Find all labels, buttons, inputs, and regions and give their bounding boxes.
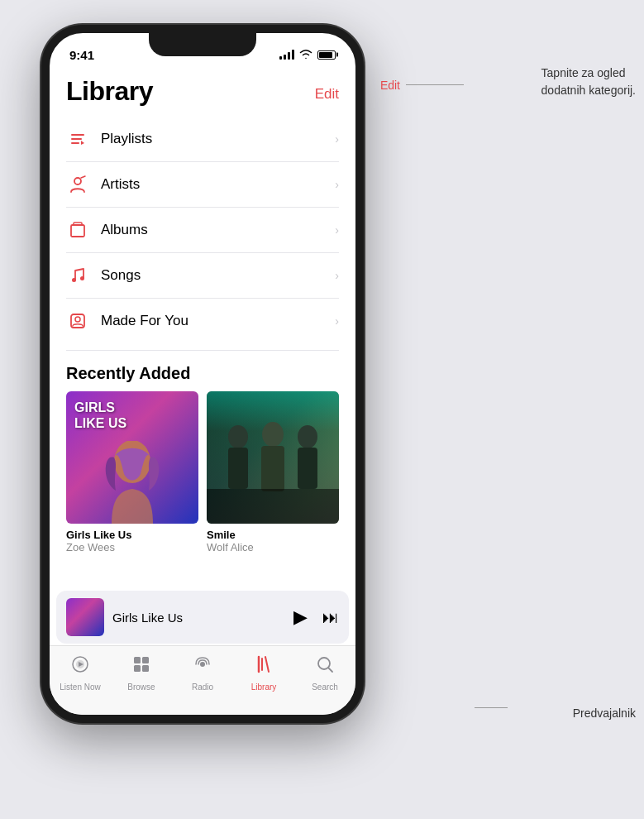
songs-icon	[66, 264, 89, 287]
album-item-smile[interactable]: Smile Wolf Alice	[207, 391, 339, 553]
svg-rect-18	[207, 489, 339, 524]
svg-rect-5	[71, 225, 84, 237]
mini-player[interactable]: Girls Like Us ▶ ⏭	[56, 591, 349, 644]
album-name-smile: Smile	[207, 529, 339, 541]
playlists-icon	[66, 127, 89, 151]
annotation-line	[406, 84, 464, 85]
search-icon	[315, 654, 335, 679]
browse-label: Browse	[127, 682, 155, 692]
radio-label: Radio	[192, 682, 213, 692]
annotation-edit-label: Edit	[380, 79, 400, 92]
album-art-text: GIRLSLIKE US	[74, 400, 190, 431]
svg-rect-24	[142, 665, 149, 672]
svg-point-14	[262, 422, 284, 447]
recently-added-title: Recently Added	[50, 351, 355, 391]
status-icons	[279, 49, 336, 61]
tab-radio[interactable]: Radio	[172, 654, 233, 692]
play-button[interactable]: ▶	[293, 606, 308, 628]
content-area: Library Edit Playlists ›	[50, 69, 355, 645]
tab-browse[interactable]: Browse	[111, 654, 172, 692]
svg-rect-13	[228, 448, 248, 489]
songs-chevron: ›	[335, 269, 339, 282]
menu-list: Playlists › Artists ›	[50, 117, 355, 343]
menu-item-songs[interactable]: Songs ›	[66, 253, 339, 299]
albums-icon	[66, 218, 89, 242]
page-header: Library Edit	[50, 69, 355, 117]
radio-icon	[193, 654, 212, 679]
artists-icon	[66, 173, 89, 196]
albums-label: Albums	[101, 222, 335, 238]
playlists-chevron: ›	[335, 132, 339, 146]
notch	[149, 33, 256, 56]
phone-frame: 9:41	[41, 25, 364, 723]
mini-player-art	[66, 598, 104, 636]
status-time: 9:41	[69, 48, 94, 62]
svg-line-27	[328, 668, 332, 672]
album-cover-girls-like-us: GIRLSLIKE US	[66, 391, 198, 524]
songs-label: Songs	[101, 267, 335, 284]
silent-switch	[41, 106, 43, 126]
power-button	[362, 161, 364, 211]
albums-chevron: ›	[335, 223, 339, 237]
svg-rect-22	[142, 657, 149, 663]
album-cover-smile	[207, 391, 339, 524]
wifi-icon	[299, 49, 312, 61]
svg-point-16	[298, 425, 317, 448]
tab-library[interactable]: Library	[233, 654, 294, 692]
volume-down-button	[41, 180, 43, 210]
svg-rect-17	[298, 448, 317, 489]
mini-player-controls: ▶ ⏭	[293, 606, 339, 628]
edit-button[interactable]: Edit	[315, 76, 339, 103]
listen-now-label: Listen Now	[60, 682, 100, 692]
made-for-you-icon	[66, 309, 89, 333]
artists-chevron: ›	[335, 178, 339, 191]
library-label: Library	[251, 682, 277, 692]
svg-rect-21	[134, 657, 141, 663]
made-for-you-chevron: ›	[335, 314, 339, 328]
made-for-you-label: Made For You	[101, 313, 335, 329]
annotation-player-line	[475, 707, 508, 708]
recently-added-section: Recently Added GIRLSLIKE US	[50, 351, 355, 553]
annotation-player: Predvajalnik	[573, 706, 636, 720]
mini-player-title: Girls Like Us	[112, 611, 293, 625]
svg-point-10	[75, 317, 80, 322]
listen-now-icon	[70, 654, 90, 679]
signal-icon	[279, 50, 294, 60]
svg-rect-23	[134, 665, 141, 672]
volume-up-button	[41, 141, 43, 170]
scene: Tapnite za ogled dodatnih kategorij. Pre…	[0, 0, 644, 819]
playlists-label: Playlists	[101, 131, 335, 147]
battery-icon	[317, 50, 336, 60]
svg-point-3	[74, 178, 81, 184]
albums-grid: GIRLSLIKE US	[50, 391, 355, 553]
album-artist-smile: Wolf Alice	[207, 541, 339, 553]
menu-item-albums[interactable]: Albums ›	[66, 208, 339, 253]
svg-point-8	[80, 276, 84, 280]
artists-label: Artists	[101, 176, 335, 193]
svg-point-12	[228, 425, 248, 448]
album-artist-girls: Zoe Wees	[66, 541, 198, 553]
menu-item-artists[interactable]: Artists ›	[66, 162, 339, 208]
svg-rect-6	[74, 223, 82, 225]
page-title: Library	[66, 76, 153, 107]
tab-search[interactable]: Search	[294, 654, 355, 692]
forward-button[interactable]: ⏭	[322, 608, 339, 627]
library-icon	[254, 654, 274, 679]
menu-item-made-for-you[interactable]: Made For You ›	[66, 299, 339, 343]
annotation-edit-hint: Tapnite za ogled dodatnih kategorij.	[541, 65, 636, 99]
search-label: Search	[312, 682, 338, 692]
tab-bar: Listen Now Browse	[50, 645, 355, 715]
svg-rect-15	[261, 446, 284, 491]
svg-point-25	[200, 662, 205, 667]
tab-listen-now[interactable]: Listen Now	[50, 654, 111, 692]
menu-item-playlists[interactable]: Playlists ›	[66, 117, 339, 162]
browse-icon	[131, 654, 151, 679]
album-name-girls: Girls Like Us	[66, 529, 198, 541]
svg-line-4	[81, 176, 85, 178]
album-item-girls-like-us[interactable]: GIRLSLIKE US	[66, 391, 198, 553]
svg-point-7	[72, 278, 76, 282]
